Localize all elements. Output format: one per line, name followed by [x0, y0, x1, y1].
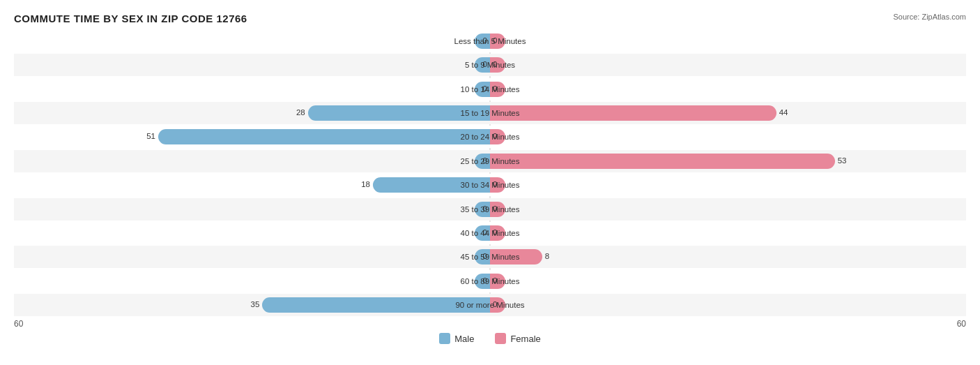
male-value: 0	[483, 84, 487, 93]
male-value: 0	[483, 36, 487, 45]
axis-right-label: 60	[957, 319, 966, 329]
female-value: 53	[838, 156, 847, 165]
axis-bottom: 60 60	[14, 319, 966, 329]
chart-container: COMMUTE TIME BY SEX IN ZIP CODE 12766 So…	[0, 0, 980, 365]
male-bar	[262, 297, 490, 313]
male-value: 28	[296, 108, 305, 117]
source-label: Source: ZipAtlas.com	[893, 13, 966, 21]
male-value: 0	[483, 156, 487, 165]
female-value: 0	[493, 204, 497, 213]
chart-row: 005 to 9 Minutes	[14, 54, 966, 76]
chart-area: 00Less than 5 Minutes005 to 9 Minutes001…	[14, 30, 966, 316]
female-bar	[490, 154, 835, 169]
female-value: 0	[493, 84, 497, 93]
chart-row: 35090 or more Minutes	[14, 294, 966, 316]
male-value: 0	[483, 60, 487, 68]
chart-row: 284415 to 19 Minutes	[14, 102, 966, 124]
female-value: 0	[493, 228, 497, 237]
female-value: 8	[545, 252, 549, 260]
female-value: 0	[493, 180, 497, 188]
female-value: 0	[493, 60, 497, 68]
legend-female-box	[495, 333, 506, 344]
chart-row: 05325 to 29 Minutes	[14, 150, 966, 172]
chart-row: 0010 to 14 Minutes	[14, 78, 966, 100]
female-value: 0	[493, 132, 497, 140]
chart-title: COMMUTE TIME BY SEX IN ZIP CODE 12766	[14, 13, 966, 24]
chart-row: 0060 to 89 Minutes	[14, 270, 966, 292]
legend-male-box	[439, 333, 450, 344]
female-value: 0	[493, 300, 497, 308]
male-bar	[158, 129, 490, 144]
legend: Male Female	[14, 333, 966, 344]
male-value: 51	[146, 132, 155, 140]
chart-row: 0040 to 44 Minutes	[14, 222, 966, 244]
legend-male-label: Male	[454, 334, 474, 344]
chart-row: 18030 to 34 Minutes	[14, 174, 966, 196]
male-value: 0	[483, 276, 487, 285]
male-value: 0	[483, 228, 487, 237]
male-value: 18	[361, 180, 370, 188]
chart-row: 51020 to 24 Minutes	[14, 126, 966, 148]
female-value: 44	[779, 108, 788, 117]
male-value: 35	[251, 300, 260, 308]
legend-female: Female	[495, 333, 540, 344]
legend-male: Male	[439, 333, 474, 344]
female-bar	[490, 105, 776, 121]
male-value: 0	[483, 204, 487, 213]
male-bar	[373, 177, 490, 193]
male-bar	[308, 105, 490, 121]
chart-row: 0845 to 59 Minutes	[14, 246, 966, 268]
female-value: 0	[493, 276, 497, 285]
chart-row: 00Less than 5 Minutes	[14, 30, 966, 52]
male-value: 0	[483, 252, 487, 260]
female-bar	[490, 249, 542, 265]
legend-female-label: Female	[510, 334, 540, 344]
axis-left-label: 60	[14, 319, 23, 329]
female-value: 0	[493, 36, 497, 45]
chart-row: 0035 to 39 Minutes	[14, 198, 966, 221]
